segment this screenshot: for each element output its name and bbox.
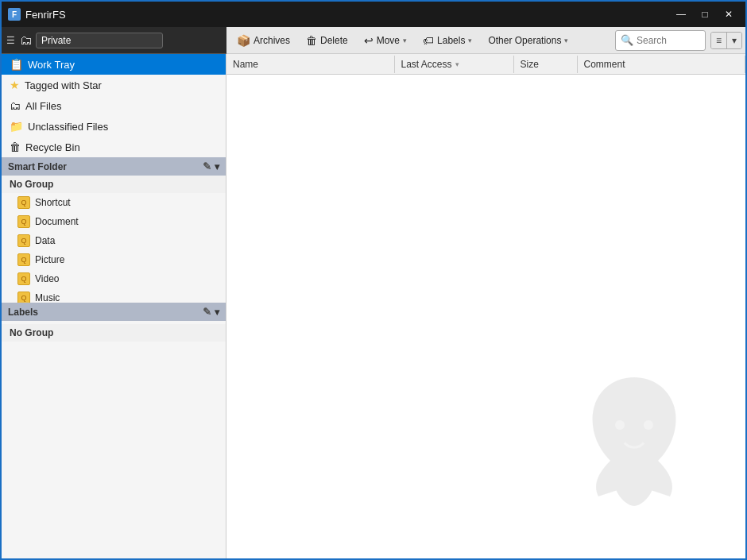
move-button[interactable]: ↩ Move ▾ — [357, 30, 414, 51]
all-files-icon: 🗂 — [10, 99, 21, 112]
left-dropdown-bar: ☰ 🗂 Private Public Work — [2, 27, 226, 54]
smart-folder-dropdown-icon[interactable]: ▾ — [215, 161, 219, 172]
smart-item-label: Video — [35, 273, 59, 284]
labels-icon: 🏷 — [423, 34, 434, 47]
archives-icon: 📦 — [237, 34, 250, 47]
access-sort-icon: ▾ — [455, 60, 459, 68]
sidebar-item-label: Unclassified Files — [28, 121, 108, 133]
sidebar-item-unclassified[interactable]: 📁 Unclassified Files — [2, 116, 226, 137]
labels-section: Labels ✎ ▾ No Group — [2, 303, 226, 558]
title-bar-controls: — □ ✕ — [671, 6, 739, 22]
smart-item-label: Data — [35, 235, 55, 246]
data-icon: Q — [17, 234, 30, 247]
labels-no-group: No Group — [2, 324, 226, 342]
smart-folder-no-group: No Group — [2, 176, 226, 193]
folder-icon: 🗂 — [20, 33, 33, 48]
smart-item-label: Music — [35, 292, 60, 303]
file-list-content[interactable] — [226, 75, 745, 558]
smart-item-video[interactable]: Q Video — [2, 269, 226, 288]
col-comment-header[interactable]: Comment — [578, 56, 746, 73]
view-dropdown-button[interactable]: ▾ — [727, 33, 741, 48]
move-dropdown-arrow: ▾ — [403, 37, 407, 44]
file-area: Name Last Access ▾ Size Comment — [226, 54, 745, 558]
smart-folder-header[interactable]: Smart Folder ✎ ▾ — [2, 157, 226, 176]
smart-folder-edit-icon[interactable]: ✎ — [203, 160, 211, 172]
video-icon: Q — [17, 272, 30, 285]
svg-point-0 — [615, 420, 625, 430]
search-input[interactable] — [637, 35, 700, 46]
move-icon: ↩ — [364, 34, 374, 47]
title-bar: F FenrirFS — □ ✕ — [2, 2, 745, 27]
shortcut-icon: Q — [17, 196, 30, 209]
window-title: FenrirFS — [25, 9, 671, 21]
sidebar-item-work-tray[interactable]: 📋 Work Tray — [2, 54, 226, 75]
col-access-header[interactable]: Last Access ▾ — [395, 56, 514, 73]
sidebar-item-label: Tagged with Star — [25, 79, 102, 91]
delete-icon: 🗑 — [306, 34, 317, 47]
workspace-dropdown[interactable]: Private Public Work — [36, 33, 163, 48]
sidebar-item-recycle-bin[interactable]: 🗑 Recycle Bin — [2, 137, 226, 157]
smart-item-data[interactable]: Q Data — [2, 231, 226, 250]
list-view-icon: ≡ — [716, 35, 722, 46]
document-icon: Q — [17, 215, 30, 228]
view-dropdown-icon: ▾ — [732, 35, 737, 46]
work-tray-icon: 📋 — [10, 58, 23, 71]
labels-edit-icon[interactable]: ✎ — [203, 306, 211, 318]
view-toggle: ≡ ▾ — [710, 32, 742, 49]
labels-button[interactable]: 🏷 Labels ▾ — [416, 30, 479, 51]
svg-point-1 — [644, 420, 653, 430]
toolbar: 📦 Archives 🗑 Delete ↩ Move ▾ 🏷 Labels ▾ — [226, 27, 745, 54]
smart-folder-controls: ✎ ▾ — [203, 160, 219, 172]
labels-header[interactable]: Labels ✎ ▾ — [2, 303, 226, 321]
close-button[interactable]: ✕ — [718, 6, 739, 22]
sidebar-item-label: All Files — [25, 100, 62, 112]
search-box: 🔍 — [615, 30, 706, 51]
sidebar: 📋 Work Tray ★ Tagged with Star 🗂 All Fil… — [2, 54, 226, 558]
labels-label: Labels — [8, 307, 38, 318]
sidebar-top-items: 📋 Work Tray ★ Tagged with Star 🗂 All Fil… — [2, 54, 226, 157]
smart-item-music[interactable]: Q Music — [2, 288, 226, 303]
archives-button[interactable]: 📦 Archives — [230, 30, 297, 51]
sidebar-item-all-files[interactable]: 🗂 All Files — [2, 95, 226, 116]
smart-item-picture[interactable]: Q Picture — [2, 250, 226, 269]
smart-folder-label: Smart Folder — [8, 161, 67, 172]
star-icon: ★ — [10, 79, 20, 91]
smart-item-document[interactable]: Q Document — [2, 212, 226, 231]
smart-folder-scroll[interactable]: No Group Q Shortcut Q Document Q Data Q … — [2, 176, 226, 303]
app-icon: F — [8, 8, 21, 21]
sidebar-item-tagged-star[interactable]: ★ Tagged with Star — [2, 75, 226, 95]
main-window: F FenrirFS — □ ✕ ☰ 🗂 Private Public Work — [0, 0, 747, 560]
other-ops-button[interactable]: Other Operations ▾ — [481, 31, 575, 50]
other-ops-dropdown-arrow: ▾ — [564, 37, 568, 44]
sidebar-item-label: Recycle Bin — [25, 141, 80, 153]
smart-item-label: Picture — [35, 254, 64, 265]
smart-item-label: Shortcut — [35, 197, 71, 208]
col-name-header[interactable]: Name — [226, 56, 395, 73]
delete-button[interactable]: 🗑 Delete — [299, 30, 355, 51]
recycle-bin-icon: 🗑 — [10, 141, 21, 153]
sidebar-item-label: Work Tray — [28, 59, 75, 71]
app-menu-icon: ☰ — [6, 35, 15, 46]
labels-content: No Group — [2, 321, 226, 558]
picture-icon: Q — [17, 253, 30, 266]
labels-dropdown-arrow: ▾ — [468, 37, 472, 44]
smart-item-shortcut[interactable]: Q Shortcut — [2, 193, 226, 212]
main-area: 📋 Work Tray ★ Tagged with Star 🗂 All Fil… — [2, 54, 745, 558]
list-view-button[interactable]: ≡ — [711, 33, 727, 48]
combined-row: ☰ 🗂 Private Public Work 📦 Archives 🗑 Del… — [2, 27, 745, 54]
search-icon: 🔍 — [621, 34, 633, 46]
music-icon: Q — [17, 292, 30, 303]
minimize-button[interactable]: — — [671, 6, 691, 22]
smart-item-label: Document — [35, 216, 79, 227]
maximize-button[interactable]: □ — [695, 6, 715, 22]
watermark — [571, 365, 698, 511]
labels-dropdown-icon[interactable]: ▾ — [215, 307, 219, 318]
labels-controls: ✎ ▾ — [203, 306, 219, 318]
col-size-header[interactable]: Size — [514, 56, 578, 73]
unclassified-icon: 📁 — [10, 120, 23, 133]
file-table-header: Name Last Access ▾ Size Comment — [226, 54, 745, 75]
